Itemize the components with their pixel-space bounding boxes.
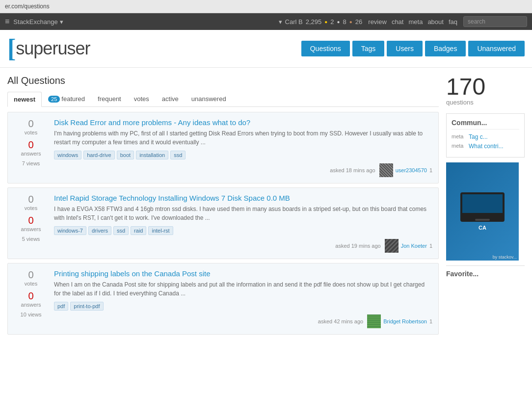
community-tag-link[interactable]: Tag c... <box>469 133 488 140</box>
asker-name: user2304570 <box>396 167 427 173</box>
questions-sidebar-label: questions <box>446 99 525 106</box>
page-title: All Questions <box>7 75 65 86</box>
votes-label: votes <box>25 130 37 135</box>
question-title[interactable]: Disk Read Error and more problems - Any … <box>54 118 432 127</box>
page-title-row: All Questions <box>7 75 439 86</box>
answers-group: 0 answers <box>21 215 41 232</box>
community-box-title: Commun... <box>452 119 519 130</box>
tab-frequent[interactable]: frequent <box>91 91 128 106</box>
site-header: [ superuser Questions Tags Users Badges … <box>0 30 532 68</box>
tab-active[interactable]: active <box>156 91 185 106</box>
votes-label: votes <box>25 281 37 287</box>
asker-name: Bridget Robertson <box>383 318 427 324</box>
top-nav-links: review chat meta about faq <box>368 18 457 26</box>
community-link: meta Tag c... <box>452 133 519 140</box>
view-count: 10 views <box>21 312 42 317</box>
favorite-label: Favorite... <box>446 265 525 278</box>
tag[interactable]: print-to-pdf <box>70 302 103 311</box>
question-title[interactable]: Printing shipping labels on the Canada P… <box>54 269 432 278</box>
sidebar: 170 questions Commun... meta Tag c... me… <box>446 75 525 339</box>
meta-link[interactable]: meta <box>408 18 423 26</box>
logo-area: [ superuser <box>7 36 90 61</box>
users-nav-btn[interactable]: Users <box>387 41 423 56</box>
tag[interactable]: raid <box>131 226 146 235</box>
question-item: 0 votes 0 answers 10 views Printing ship… <box>7 263 439 335</box>
top-nav-right: ▾ Carl B 2,295 ●2 ●8 ●26 review chat met… <box>279 16 527 27</box>
tab-featured[interactable]: 25featured <box>42 91 91 106</box>
review-link[interactable]: review <box>368 18 387 26</box>
about-link[interactable]: about <box>427 18 444 26</box>
username: Carl B <box>285 18 303 26</box>
tag[interactable]: boot <box>117 151 134 159</box>
tag[interactable]: windows <box>54 151 81 159</box>
unanswered-nav-btn[interactable]: Unanswered <box>468 41 525 56</box>
bronze-badge-dot: ● <box>349 19 352 25</box>
community-link: meta What contri... <box>452 143 519 150</box>
community-what-link[interactable]: What contri... <box>469 143 504 150</box>
tag[interactable]: ssd <box>170 151 186 159</box>
meta-label: meta <box>452 133 466 140</box>
asker-info: user2304570 1 <box>379 163 432 177</box>
tags-row: pdf print-to-pdf <box>54 302 432 311</box>
gold-badge-count: 2 <box>330 18 334 26</box>
sidebar-ad-inner: CA <box>446 162 519 261</box>
question-meta: asked 19 mins ago Jon Koeter 1 <box>54 239 432 253</box>
tag[interactable]: installation <box>136 151 168 159</box>
question-stats: 0 votes 0 answers 7 views <box>14 118 48 177</box>
question-stats: 0 votes 0 answers 10 views <box>14 269 48 328</box>
asker-rep: 1 <box>429 318 432 324</box>
top-nav-left: ≡ StackExchange ▾ <box>5 17 63 26</box>
faq-link[interactable]: faq <box>449 18 457 26</box>
asked-time: asked 18 mins ago <box>330 167 375 173</box>
tag[interactable]: hard-drive <box>83 151 115 159</box>
tags-nav-btn[interactable]: Tags <box>352 41 385 56</box>
ad-brand: CA <box>479 225 486 231</box>
browser-bar: er.com/questions <box>0 0 532 13</box>
tag[interactable]: ssd <box>113 226 129 235</box>
user-dropdown-prefix: ▾ <box>279 18 282 26</box>
question-meta: asked 18 mins ago user2304570 1 <box>54 163 432 177</box>
asker-info: Bridget Robertson 1 <box>367 315 432 328</box>
site-nav: Questions Tags Users Badges Unanswered <box>301 41 525 56</box>
tags-row: windows-7 drivers ssd raid intel-rst <box>54 226 432 235</box>
tab-unanswered[interactable]: unanswered <box>185 91 233 106</box>
question-body: Disk Read Error and more problems - Any … <box>54 118 432 177</box>
tags-row: windows hard-drive boot installation ssd <box>54 151 432 159</box>
badges-nav-btn[interactable]: Badges <box>425 41 466 56</box>
votes-group: 0 votes <box>25 118 37 135</box>
avatar <box>379 163 393 177</box>
asked-time: asked 19 mins ago <box>335 243 380 249</box>
user-info[interactable]: ▾ Carl B 2,295 ●2 ●8 ●26 <box>279 18 363 26</box>
question-excerpt: I'm having problems with my PC, first of… <box>54 129 432 147</box>
tag[interactable]: windows-7 <box>54 226 86 235</box>
asked-time: asked 42 mins ago <box>318 318 363 324</box>
questions-count: 170 <box>446 75 525 99</box>
logo-text: superuser <box>16 38 90 59</box>
answers-label: answers <box>21 151 41 157</box>
browser-url: er.com/questions <box>5 3 50 10</box>
tabs-row: newest 25featured frequent votes active … <box>7 91 439 107</box>
answer-count: 0 <box>21 139 41 151</box>
stack-exchange-chevron[interactable]: ▾ <box>60 18 63 26</box>
silver-badge-dot: ● <box>337 19 340 25</box>
vote-count: 0 <box>25 269 37 281</box>
answer-count: 0 <box>21 290 41 302</box>
stack-exchange-menu[interactable]: StackExchange <box>13 18 57 26</box>
tab-newest[interactable]: newest <box>7 92 42 107</box>
asker-rep: 1 <box>429 243 432 249</box>
search-input[interactable] <box>463 16 527 27</box>
chat-link[interactable]: chat <box>392 18 404 26</box>
tag[interactable]: drivers <box>88 226 111 235</box>
meta-label: meta <box>452 143 466 150</box>
question-title[interactable]: Intel Rapid Storage Technology Installin… <box>54 194 432 202</box>
questions-nav-btn[interactable]: Questions <box>301 41 350 56</box>
community-box: Commun... meta Tag c... meta What contri… <box>446 113 525 158</box>
votes-group: 0 votes <box>25 194 37 211</box>
tag[interactable]: pdf <box>54 302 68 311</box>
tag[interactable]: intel-rst <box>148 226 173 235</box>
content-area: All Questions newest 25featured frequent… <box>7 75 439 339</box>
tab-votes[interactable]: votes <box>128 91 156 106</box>
logo-bracket: [ <box>7 36 16 61</box>
laptop-icon <box>460 192 505 222</box>
hamburger-icon[interactable]: ≡ <box>5 17 9 26</box>
